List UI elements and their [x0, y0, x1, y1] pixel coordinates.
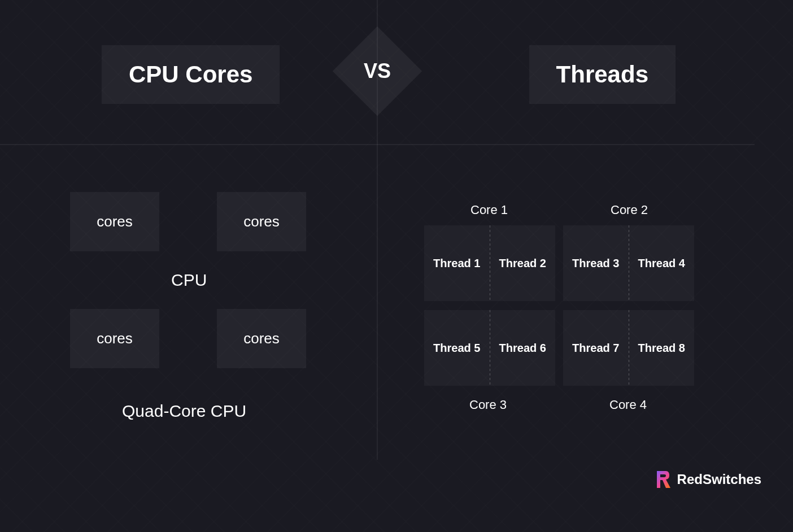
thread-box-4: Thread 4 [629, 225, 695, 301]
quad-core-caption: Quad-Core CPU [122, 402, 246, 421]
title-left: CPU Cores [102, 45, 280, 104]
thread-box-6: Thread 6 [490, 310, 556, 386]
title-right: Threads [529, 45, 676, 104]
core-footer-3: Core 3 [469, 398, 507, 412]
thread-box-1: Thread 1 [424, 225, 490, 301]
thread-group-3: Thread 5 Thread 6 [424, 310, 555, 386]
thread-box-5: Thread 5 [424, 310, 490, 386]
core-footer-4: Core 4 [609, 398, 647, 412]
thread-box-8: Thread 8 [629, 310, 695, 386]
core-header-2: Core 2 [611, 203, 648, 217]
cpu-label: CPU [171, 271, 207, 290]
core-box-3: cores [70, 309, 159, 368]
header: CPU Cores VS Threads [0, 0, 793, 144]
brand-icon [655, 470, 672, 489]
right-panel: Core 1 Core 2 Thread 1 Thread 2 Thread 3… [378, 144, 755, 460]
content-area: cores cores CPU cores cores Quad-Core CP… [0, 144, 793, 460]
core-header-1: Core 1 [470, 203, 508, 217]
thread-box-3: Thread 3 [563, 225, 629, 301]
thread-group-4: Thread 7 Thread 8 [563, 310, 694, 386]
left-panel: cores cores CPU cores cores Quad-Core CP… [0, 144, 377, 460]
thread-group-1: Thread 1 Thread 2 [424, 225, 555, 301]
vs-text: VS [364, 59, 391, 83]
thread-group-2: Thread 3 Thread 4 [563, 225, 694, 301]
core-box-1: cores [70, 192, 159, 251]
brand-logo: RedSwitches [655, 470, 761, 489]
core-box-4: cores [217, 309, 306, 368]
thread-box-7: Thread 7 [563, 310, 629, 386]
core-box-2: cores [217, 192, 306, 251]
vs-diamond: VS [333, 27, 422, 116]
brand-name: RedSwitches [677, 472, 761, 487]
thread-box-2: Thread 2 [490, 225, 556, 301]
